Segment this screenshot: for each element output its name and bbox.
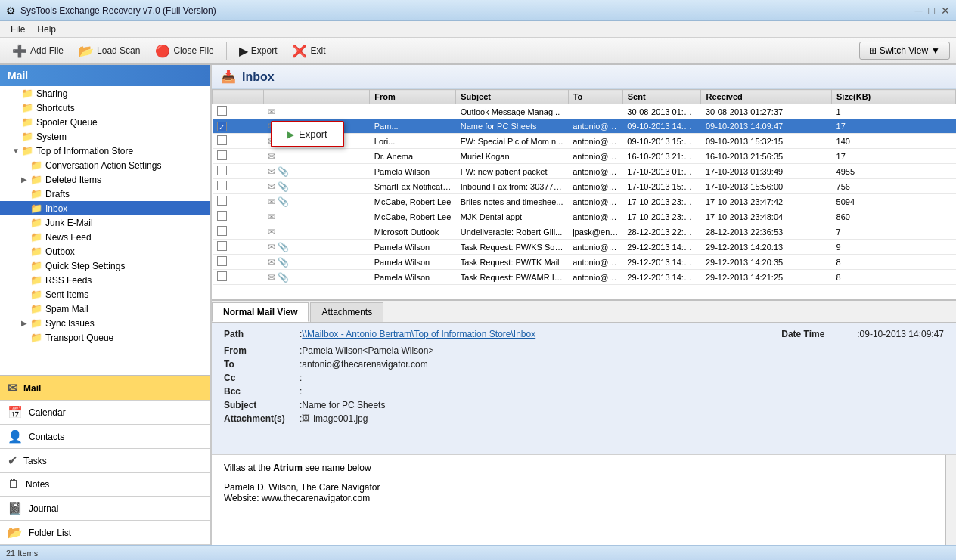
row-checkbox[interactable]: ✓ (217, 122, 227, 131)
row-size: 9 (832, 240, 956, 255)
close-file-button[interactable]: 🔴 Close File (149, 42, 219, 60)
row-received: 09-10-2013 15:32:15 (701, 134, 832, 149)
table-row[interactable]: ✉Microsoft OutlookUndeliverable: Robert … (213, 224, 956, 240)
table-row[interactable]: ✉ 📎Pamela WilsonTask Request: PW/TK Mail… (213, 255, 956, 270)
row-icons-cell: ✉ 📎 (263, 194, 370, 209)
col-header-received[interactable]: Received (701, 90, 832, 104)
preview-path-value[interactable]: \\Mailbox - Antonio Bertram\Top of Infor… (302, 329, 535, 339)
row-mail-icon: ✉ (268, 181, 275, 192)
table-row[interactable]: ✉Dr. AnemaMuriel Koganantonio@thecarenav… (213, 149, 956, 164)
nav-tab-mail[interactable]: ✉Mail (0, 376, 210, 401)
row-checkbox[interactable] (217, 211, 227, 221)
load-scan-button[interactable]: 📂 Load Scan (73, 42, 146, 60)
row-checkbox[interactable] (217, 256, 227, 266)
row-checkbox[interactable] (217, 226, 227, 236)
minimize-button[interactable]: ─ (915, 5, 923, 17)
folder-item-inbox[interactable]: 📁Inbox (0, 201, 210, 215)
folder-item-deleted-items[interactable]: ▶📁Deleted Items (0, 172, 210, 187)
preview-to-value: antonio@thecarenavigator.com (302, 359, 427, 370)
exit-button[interactable]: ❌ Exit (286, 42, 331, 60)
row-size: 5094 (832, 194, 956, 209)
folder-item-news-feed[interactable]: 📁News Feed (0, 230, 210, 244)
table-row[interactable]: ✉ 📎Pamela WilsonFW: new patient packetan… (213, 164, 956, 179)
folder-item-junk-e-mail[interactable]: 📁Junk E-Mail (0, 215, 210, 230)
row-mail-icon: ✉ (268, 257, 275, 268)
col-header-size[interactable]: Size(KB) (832, 90, 956, 104)
table-row[interactable]: ✉ 📎SmartFax NotificationsInbound Fax fro… (213, 179, 956, 194)
row-checkbox[interactable] (217, 135, 227, 145)
nav-tab-notes[interactable]: 🗒Notes (0, 473, 210, 497)
folder-icon: 📁 (30, 159, 42, 171)
table-row[interactable]: ✉ 📎McCabe, Robert LeeBriles notes and ti… (213, 194, 956, 209)
col-header-to[interactable]: To (568, 90, 622, 104)
nav-tab-tasks[interactable]: ✔Tasks (0, 449, 210, 473)
row-checkbox-cell (213, 270, 264, 285)
menu-file[interactable]: File (5, 23, 31, 36)
row-checkbox[interactable] (217, 241, 227, 251)
folder-item-spooler-queue[interactable]: 📁Spooler Queue (0, 115, 210, 129)
folder-item-conversation-action-settings[interactable]: 📁Conversation Action Settings (0, 158, 210, 172)
maximize-button[interactable]: □ (929, 5, 935, 17)
add-file-button[interactable]: ➕ Add File (6, 42, 70, 60)
row-checkbox[interactable] (217, 150, 227, 160)
folder-item-drafts[interactable]: 📁Drafts (0, 187, 210, 201)
row-icons-cell: ✉ 📎 (263, 240, 370, 255)
folder-item-quick-step-settings[interactable]: 📁Quick Step Settings (0, 258, 210, 273)
nav-tab-calendar[interactable]: 📅Calendar (0, 401, 210, 425)
col-header-from[interactable]: From (370, 90, 456, 104)
folder-tree[interactable]: 📁Sharing📁Shortcuts📁Spooler Queue📁System▼… (0, 86, 210, 375)
folder-item-shortcuts[interactable]: 📁Shortcuts (0, 101, 210, 115)
folder-expand-icon: ▶ (21, 175, 29, 184)
table-row[interactable]: ✉McCabe, Robert LeeMJK Dental apptantoni… (213, 209, 956, 224)
folder-item-outbox[interactable]: 📁Outbox (0, 244, 210, 258)
row-to: antonio@thecarenavigato... (568, 179, 622, 194)
row-icons-cell: ✉ (263, 104, 370, 119)
body-scrollbar[interactable] (945, 455, 956, 545)
tab-attachments[interactable]: Attachments (310, 302, 383, 322)
row-received: 29-12-2013 14:20:13 (701, 240, 832, 255)
table-row[interactable]: ✉Outlook Message Manag...30-08-2013 01:2… (213, 104, 956, 119)
col-header-subject[interactable]: Subject (456, 90, 568, 104)
folder-icon: 📁 (30, 174, 42, 185)
table-row[interactable]: ✉ 📎Pamela WilsonTask Request: PW/AMR Inv… (213, 270, 956, 285)
folder-icon: 📁 (30, 188, 42, 200)
close-button[interactable]: ✕ (941, 5, 950, 17)
nav-tab-contacts[interactable]: 👤Contacts (0, 425, 210, 449)
row-from: Pam... (370, 119, 456, 134)
row-checkbox[interactable] (217, 271, 227, 281)
nav-tab-label: Calendar (29, 407, 66, 418)
row-checkbox-cell (213, 240, 264, 255)
nav-tab-journal[interactable]: 📓Journal (0, 497, 210, 521)
export-popup: ▶ Export (271, 121, 344, 147)
export-button[interactable]: ▶ Export (233, 42, 284, 60)
preview-attachments-value: image001.jpg (313, 413, 368, 424)
preview-panel: Normal Mail View Attachments Path : \\Ma… (212, 301, 956, 545)
folder-item-transport-queue[interactable]: 📁Transport Queue (0, 330, 210, 345)
nav-tab-folder-list[interactable]: 📂Folder List (0, 521, 210, 545)
folder-item-sync-issues[interactable]: ▶📁Sync Issues (0, 316, 210, 330)
folder-item-top-of-information-store[interactable]: ▼📁Top of Information Store (0, 144, 210, 158)
row-checkbox[interactable] (217, 106, 227, 116)
left-panel: Mail 📁Sharing📁Shortcuts📁Spooler Queue📁Sy… (0, 65, 212, 545)
folder-item-sent-items[interactable]: 📁Sent Items (0, 287, 210, 302)
preview-from-label: From (224, 345, 300, 356)
folder-item-sharing[interactable]: 📁Sharing (0, 86, 210, 101)
folder-item-system[interactable]: 📁System (0, 129, 210, 144)
switch-view-button[interactable]: ⊞ Switch View ▼ (859, 42, 950, 60)
row-subject: MJK Dental appt (456, 209, 568, 224)
row-to (568, 104, 622, 119)
table-row[interactable]: ✉ 📎Pamela WilsonTask Request: PW/KS Soci… (213, 240, 956, 255)
folder-item-spam-mail[interactable]: 📁Spam Mail (0, 302, 210, 316)
body-signature-name: Pamela D. Wilson, The Care Navigator (224, 482, 380, 493)
row-checkbox[interactable] (217, 166, 227, 175)
export-popup-button[interactable]: ▶ Export (275, 125, 340, 143)
menu-help[interactable]: Help (31, 23, 62, 36)
tab-normal-mail-view[interactable]: Normal Mail View (212, 302, 309, 322)
preview-datetime-field: Date Time : 09-10-2013 14:09:47 (781, 329, 944, 339)
row-received: 30-08-2013 01:27:37 (701, 104, 832, 119)
row-subject: Briles notes and timeshee... (456, 194, 568, 209)
row-checkbox[interactable] (217, 181, 227, 190)
col-header-sent[interactable]: Sent (622, 90, 701, 104)
row-checkbox[interactable] (217, 196, 227, 206)
folder-item-rss-feeds[interactable]: 📁RSS Feeds (0, 273, 210, 287)
